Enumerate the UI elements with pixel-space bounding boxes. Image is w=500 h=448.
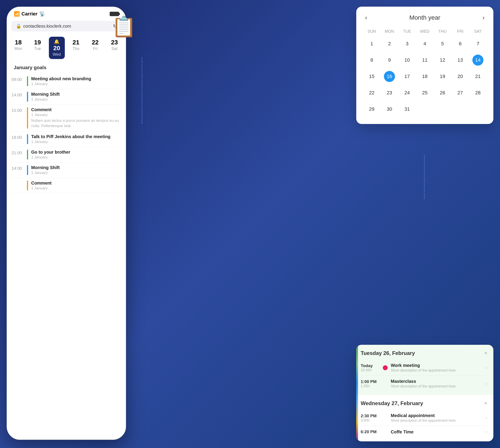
event-row-1[interactable]: 14:00 Morning Shift 1 January [12, 89, 121, 105]
detail-time-label-medical: 2:30 PM [361, 414, 383, 418]
cal-next-button[interactable]: › [480, 13, 487, 22]
cal-day-3-4[interactable]: 26 [434, 85, 451, 101]
event-date-0: 1 January [31, 82, 121, 86]
cal-day-1-5[interactable]: 13 [451, 52, 469, 68]
event-row-5[interactable]: 14:00 Morning Shift 1 January [12, 162, 121, 178]
cal-day-4-2[interactable]: 31 [398, 101, 416, 117]
detail-duration-today: 10:45h [361, 368, 383, 372]
cal-day-2-1[interactable]: 16 [381, 68, 398, 85]
event-title-3: Talk to Piff Jenkins about the meeting [31, 134, 121, 139]
cal-day-2-0[interactable]: 15 [363, 68, 381, 85]
detail-event-medical[interactable]: 2:30 PM 3:00h Medical appointment Short … [361, 410, 487, 426]
event-title-2: Comment [31, 107, 121, 112]
event-date-1: 1 January [31, 97, 121, 102]
event-row-4[interactable]: 21:00 Go to your brother 1 January [12, 147, 121, 162]
cal-week-4: 293031 [363, 101, 487, 117]
carrier-label: Carrier [21, 11, 37, 17]
cal-day-3-2[interactable]: 24 [398, 85, 416, 101]
cal-day-4-4 [434, 101, 451, 117]
cal-day-1-2[interactable]: 10 [398, 52, 416, 68]
date-item-21[interactable]: 21 Thu [68, 37, 84, 59]
event-time-5: 14:00 [12, 165, 27, 171]
goals-section: January goals [7, 63, 126, 70]
cal-day-1-3[interactable]: 11 [416, 52, 434, 68]
cal-day-0-2[interactable]: 3 [398, 36, 416, 52]
cal-day-num-0-3: 4 [419, 38, 430, 49]
cal-day-num-2-6: 21 [472, 71, 483, 82]
url-text: contactless.kioclerk.com [23, 24, 71, 29]
masterclass-desc: Short description of the appointment her… [391, 384, 486, 388]
wednesday-close-button[interactable]: × [484, 400, 487, 406]
status-left: 📶 Carrier 📡 [14, 11, 45, 17]
cal-day-num-0-2: 3 [401, 38, 413, 49]
cal-day-num-1-5: 13 [455, 55, 466, 66]
tuesday-title: Tuesday 26, February [361, 350, 415, 356]
detail-event-masterclass[interactable]: 1:00 PM 1:35h Masterclass Short descript… [361, 376, 487, 391]
cal-day-num-1-2: 10 [401, 55, 413, 66]
cal-day-0-3[interactable]: 4 [416, 36, 434, 52]
event-time-6 [12, 181, 27, 181]
cal-day-1-6[interactable]: 14 [469, 52, 487, 68]
cal-day-1-4[interactable]: 12 [434, 52, 451, 68]
date-item-18[interactable]: 18 Mon [10, 37, 26, 59]
cal-day-0-4[interactable]: 5 [434, 36, 451, 52]
cal-day-2-3[interactable]: 18 [416, 68, 434, 85]
detail-event-coffee[interactable]: 6:20 PM Coffe Time › [361, 426, 487, 438]
cal-th-sat: SAT [469, 27, 487, 36]
date-day-22: Fri [93, 47, 98, 51]
detail-event-work-meeting[interactable]: Today 10:45h Work meeting Short descript… [361, 360, 487, 376]
cal-day-0-6[interactable]: 7 [469, 36, 487, 52]
color-tabs [356, 345, 358, 441]
cal-prev-button[interactable]: ‹ [363, 13, 369, 22]
cal-day-num-3-2: 24 [401, 87, 413, 98]
cal-day-3-1[interactable]: 23 [381, 85, 398, 101]
lock-icon: 🔒 [16, 23, 21, 29]
cal-day-2-5[interactable]: 20 [451, 68, 469, 85]
masterclass-title: Masterclass [391, 379, 486, 384]
cal-day-2-4[interactable]: 19 [434, 68, 451, 85]
cal-day-3-0[interactable]: 22 [363, 85, 381, 101]
tuesday-section: Tuesday 26, February × Today 10:45h Work… [356, 345, 493, 395]
cal-day-4-3 [416, 101, 434, 117]
cal-day-4-1[interactable]: 30 [381, 101, 398, 117]
cal-day-num-1-4: 12 [437, 55, 448, 66]
illustration: 📋 [102, 4, 146, 49]
cal-day-0-5[interactable]: 6 [451, 36, 469, 52]
cal-day-num-1-3: 11 [419, 55, 430, 66]
event-bar-5 [27, 165, 28, 175]
event-row-2[interactable]: 15:00 Comment 1 January Nullam quis lect… [12, 105, 121, 131]
event-content-5: Morning Shift 1 January [31, 165, 121, 175]
medical-spacer [383, 416, 388, 420]
event-row-0[interactable]: 09:00 Meeting about new branding 1 Janua… [12, 74, 121, 89]
cal-day-0-0[interactable]: 1 [363, 36, 381, 52]
cal-day-3-6[interactable]: 28 [469, 85, 487, 101]
cal-day-num-2-2: 17 [401, 71, 413, 82]
cal-header-row: SUN MON TUE WED THU FRI SAT [363, 27, 487, 36]
cal-header: ‹ Month year › [363, 13, 487, 22]
cal-week-1: 891011121314 [363, 52, 487, 68]
cal-th-wed: WED [416, 27, 434, 36]
medical-chevron: › [486, 415, 487, 421]
connector-line-1 [142, 57, 142, 124]
cal-day-num-0-0: 1 [366, 38, 377, 49]
date-item-19[interactable]: 19 Tue [30, 37, 46, 59]
cal-day-2-2[interactable]: 17 [398, 68, 416, 85]
cal-day-3-3[interactable]: 25 [416, 85, 434, 101]
event-time-1: 14:00 [12, 92, 27, 97]
date-item-22[interactable]: 22 Fri [87, 37, 103, 59]
event-row-6[interactable]: Comment 1 January [12, 178, 121, 193]
cal-day-1-0[interactable]: 8 [363, 52, 381, 68]
date-item-20[interactable]: 🔔 20 Wed [49, 37, 65, 59]
cal-day-4-0[interactable]: 29 [363, 101, 381, 117]
cal-day-0-1[interactable]: 2 [381, 36, 398, 52]
cal-day-num-3-3: 25 [419, 87, 430, 98]
event-row-3[interactable]: 18:00 Talk to Piff Jenkins about the mee… [12, 131, 121, 147]
cal-week-0: 1234567 [363, 36, 487, 52]
event-bar-2 [27, 107, 28, 129]
cal-day-2-6[interactable]: 21 [469, 68, 487, 85]
cal-day-num-0-4: 5 [437, 38, 448, 49]
event-content-1: Morning Shift 1 January [31, 92, 121, 102]
tuesday-close-button[interactable]: × [484, 350, 487, 356]
cal-day-3-5[interactable]: 27 [451, 85, 469, 101]
cal-day-1-1[interactable]: 9 [381, 52, 398, 68]
